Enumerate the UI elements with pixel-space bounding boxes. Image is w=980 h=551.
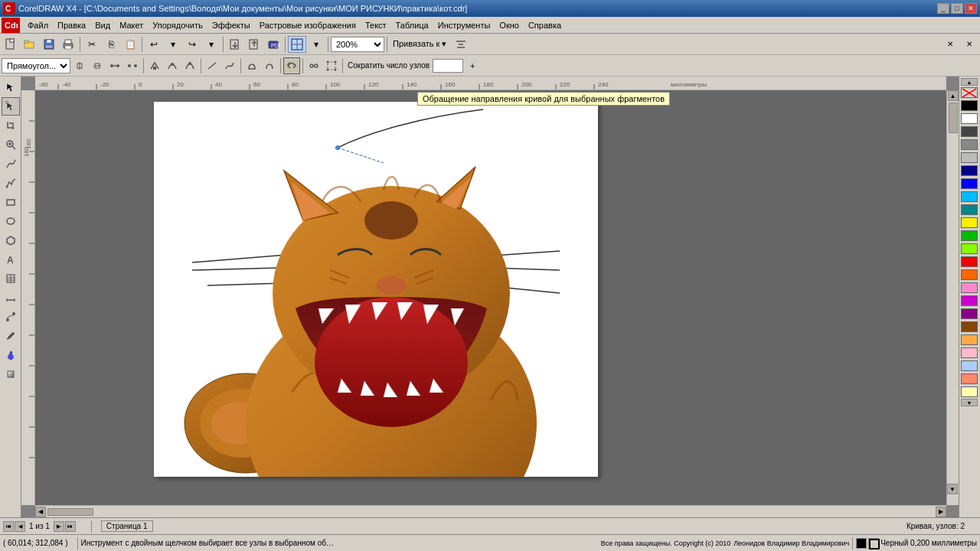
connector-tool[interactable] (2, 308, 20, 326)
scrollbar-bottom[interactable]: ◀ ▶ (35, 505, 946, 517)
text-tool[interactable]: A (2, 250, 20, 269)
page-first-btn[interactable]: ⏮ (3, 521, 14, 532)
fill-tool[interactable] (2, 346, 20, 364)
curve-segment-btn[interactable] (221, 57, 238, 74)
color-brown[interactable] (961, 321, 978, 332)
snap-options[interactable]: ▾ (307, 36, 325, 53)
menu-file[interactable]: Файл (23, 19, 53, 31)
close-curve-btn[interactable] (243, 57, 260, 74)
color-black[interactable] (961, 100, 978, 111)
line-segment-btn[interactable] (204, 57, 220, 74)
undo-dropdown[interactable]: ▾ (164, 36, 182, 53)
color-lightorange[interactable] (961, 334, 978, 345)
dimension-tool[interactable] (2, 289, 20, 307)
scroll-right-btn[interactable]: ▶ (936, 507, 946, 517)
undo-button[interactable]: ↩ (145, 36, 163, 53)
redo-button[interactable]: ↪ (183, 36, 201, 53)
zoom-tool[interactable] (2, 135, 20, 154)
open-curve-btn[interactable] (261, 57, 278, 74)
scrollbar-right[interactable]: ▲ ▼ (946, 90, 959, 505)
menu-table[interactable]: Таблица (391, 19, 433, 31)
color-navy[interactable] (961, 165, 978, 176)
open-button[interactable] (21, 36, 39, 53)
scroll-left-btn[interactable]: ◀ (35, 507, 46, 517)
crop-tool[interactable] (2, 116, 20, 135)
shape-tool[interactable] (2, 97, 20, 116)
color-scroll-down[interactable]: ▼ (961, 399, 978, 406)
page-next-btn[interactable]: ▶ (54, 521, 64, 532)
page-prev-btn[interactable]: ◀ (15, 521, 25, 532)
cut-button[interactable]: ✂ (83, 36, 101, 53)
add-node-btn[interactable] (71, 57, 88, 74)
paste-button[interactable]: 📋 (121, 36, 139, 53)
color-purple[interactable] (961, 308, 978, 319)
join-nodes-btn[interactable] (106, 57, 123, 74)
color-lightblue2[interactable] (961, 360, 978, 371)
color-lightpink[interactable] (961, 347, 978, 358)
zoom-select[interactable]: 200% 100% 50% (331, 37, 384, 52)
elastic-mode-btn[interactable] (305, 57, 322, 74)
color-orange[interactable] (961, 269, 978, 280)
color-teal[interactable] (961, 204, 978, 215)
color-x[interactable] (961, 87, 978, 98)
interactive-tool[interactable] (2, 365, 20, 383)
page-name-tab[interactable]: Страница 1 (101, 520, 153, 532)
publish-button[interactable]: PDF (264, 36, 283, 53)
color-yellow[interactable] (961, 217, 978, 228)
hscroll-thumb[interactable] (47, 508, 93, 516)
color-blue[interactable] (961, 178, 978, 189)
import-button[interactable] (226, 36, 244, 53)
menu-view[interactable]: Вид (90, 19, 115, 31)
corner-node-btn[interactable] (146, 57, 163, 74)
color-gray[interactable] (961, 139, 978, 150)
scroll-dn-btn[interactable]: ▼ (947, 484, 958, 494)
color-lightyellow[interactable] (961, 386, 978, 397)
canvas-area[interactable]: -60 -40 -20 0 20 40 60 80 100 120 (21, 77, 959, 517)
print-button[interactable] (59, 36, 77, 53)
color-magenta[interactable] (961, 295, 978, 306)
rectangle-tool[interactable] (2, 193, 20, 211)
shape-type-select[interactable]: Прямоугол... (2, 58, 70, 73)
page-last-btn[interactable]: ⏭ (65, 521, 76, 532)
color-white[interactable] (961, 113, 978, 124)
node-count-input[interactable]: 0 (433, 59, 463, 73)
menu-text[interactable]: Текст (361, 19, 391, 31)
select-tool[interactable] (2, 78, 20, 96)
minimize-button[interactable]: _ (937, 3, 949, 14)
color-salmon[interactable] (961, 373, 978, 384)
redo-dropdown[interactable]: ▾ (202, 36, 220, 53)
inner-close2[interactable]: ✕ (960, 36, 978, 53)
color-cyan[interactable] (961, 191, 978, 202)
scroll-up-btn[interactable]: ▲ (948, 90, 959, 101)
break-nodes-btn[interactable] (124, 57, 141, 74)
menu-tools[interactable]: Инструменты (433, 19, 495, 31)
dropper-tool[interactable] (2, 327, 20, 345)
snap-button[interactable] (288, 36, 306, 53)
reverse-direction-btn[interactable] (283, 57, 300, 74)
inner-close1[interactable]: ✕ (941, 36, 959, 53)
color-darkgray[interactable] (961, 126, 978, 137)
menu-window[interactable]: Окно (495, 19, 524, 31)
color-lime[interactable] (961, 243, 978, 254)
menu-arrange[interactable]: Упорядочить (148, 19, 207, 31)
close-button[interactable]: ✕ (965, 3, 977, 14)
polygon-tool[interactable] (2, 231, 20, 249)
smooth-node-btn[interactable] (164, 57, 181, 74)
color-green[interactable] (961, 230, 978, 241)
symmetric-node-btn[interactable] (181, 57, 198, 74)
export-button[interactable] (245, 36, 263, 53)
del-node-btn[interactable] (89, 57, 106, 74)
save-button[interactable] (40, 36, 58, 53)
menu-layout[interactable]: Макет (115, 19, 148, 31)
color-lightgray[interactable] (961, 152, 978, 163)
new-button[interactable] (2, 36, 20, 53)
menu-help[interactable]: Справка (524, 19, 566, 31)
align-button[interactable] (452, 36, 470, 53)
select-all-nodes-btn[interactable] (323, 57, 340, 74)
menu-bitmaps[interactable]: Растровые изображения (255, 19, 361, 31)
copy-button[interactable]: ⎘ (102, 36, 120, 53)
color-scroll-up[interactable]: ▲ (961, 78, 978, 86)
ellipse-tool[interactable] (2, 212, 20, 230)
table-tool[interactable] (2, 269, 20, 288)
menu-effects[interactable]: Эффекты (207, 19, 255, 31)
